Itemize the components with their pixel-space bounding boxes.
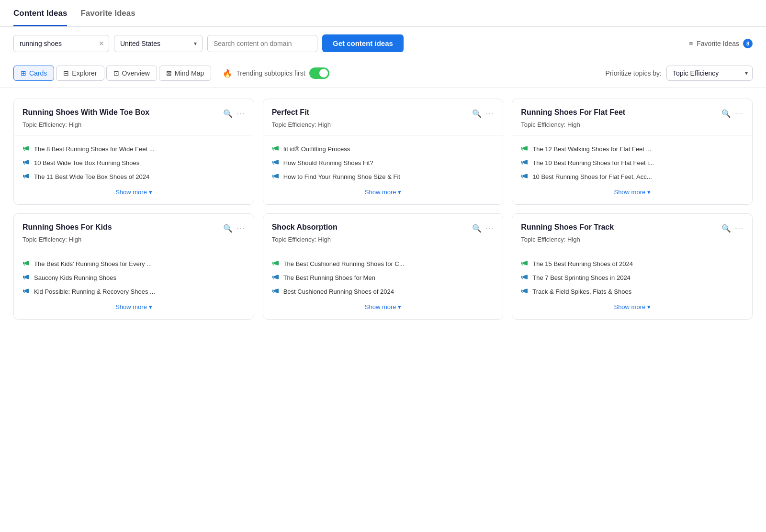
card-item: The 12 Best Walking Shoes for Flat Feet … — [521, 142, 743, 156]
card-item: The Best Running Shoes for Men — [272, 271, 495, 285]
more-options-icon[interactable]: ··· — [735, 109, 743, 119]
show-more-link[interactable]: Show more ▾ — [521, 184, 743, 198]
overview-icon: ⊡ — [113, 69, 119, 77]
card-title: Running Shoes For Kids — [23, 222, 219, 233]
search-icon[interactable]: 🔍 — [472, 109, 482, 118]
card-item-text: Saucony Kids Running Shoes — [34, 274, 116, 281]
card-item: Kid Possible: Running & Recovery Shoes .… — [23, 285, 245, 299]
tab-favorite-ideas[interactable]: Favorite Ideas — [80, 9, 135, 26]
card-item: The Best Cushioned Running Shoes for C..… — [272, 257, 495, 271]
card-item-text: The 7 Best Sprinting Shoes in 2024 — [532, 274, 631, 281]
card-title-row: Running Shoes For Track 🔍 ··· — [521, 222, 743, 233]
view-btn-cards[interactable]: ⊞ Cards — [13, 66, 54, 81]
megaphone-blue-icon — [272, 172, 280, 181]
show-more-link[interactable]: Show more ▾ — [521, 299, 743, 312]
card-header: Running Shoes With Wide Toe Box 🔍 ··· To… — [14, 99, 254, 135]
table-icon: ⊟ — [63, 69, 69, 77]
domain-search-input[interactable] — [207, 35, 317, 52]
card-item: The 15 Best Running Shoes of 2024 — [521, 257, 743, 271]
app-container: Content Ideas Favorite Ideas ✕ United St… — [0, 0, 766, 532]
card-item-text: Kid Possible: Running & Recovery Shoes .… — [34, 288, 155, 295]
prioritize-label: Prioritize topics by: — [606, 69, 662, 77]
show-more-link[interactable]: Show more ▾ — [272, 184, 495, 198]
view-toolbar: ⊞ Cards ⊟ Explorer ⊡ Overview ⊠ Mind Map… — [0, 60, 766, 88]
search-icon[interactable]: 🔍 — [223, 224, 233, 233]
card-item: The 7 Best Sprinting Shoes in 2024 — [521, 271, 743, 285]
tab-content-ideas[interactable]: Content Ideas — [13, 9, 67, 26]
card-item: How to Find Your Running Shoe Size & Fit — [272, 170, 495, 184]
more-options-icon[interactable]: ··· — [237, 109, 245, 119]
card-title: Running Shoes With Wide Toe Box — [23, 108, 219, 118]
flame-icon: 🔥 — [223, 69, 232, 78]
trending-area: 🔥 Trending subtopics first — [223, 67, 329, 79]
megaphone-blue-icon — [272, 273, 280, 282]
more-options-icon[interactable]: ··· — [237, 223, 245, 233]
favorite-ideas-button[interactable]: ≡ Favorite Ideas 8 — [689, 39, 753, 48]
card-title-row: Running Shoes With Wide Toe Box 🔍 ··· — [23, 108, 245, 119]
country-select-wrap: United States United Kingdom Canada Aust… — [114, 35, 203, 52]
card-title-actions: 🔍 ··· — [223, 223, 245, 233]
view-btn-mindmap[interactable]: ⊠ Mind Map — [159, 66, 211, 81]
prioritize-select-wrap: Topic Efficiency Search Volume Keyword D… — [666, 66, 753, 81]
get-content-ideas-button[interactable]: Get content ideas — [322, 34, 404, 52]
mindmap-icon: ⊠ — [166, 69, 172, 77]
card-body: fit id® Outfitting Process How Should Ru… — [263, 135, 503, 204]
megaphone-blue-icon — [521, 172, 529, 181]
card-item: Saucony Kids Running Shoes — [23, 271, 245, 285]
show-more-link[interactable]: Show more ▾ — [23, 184, 245, 198]
show-more-link[interactable]: Show more ▾ — [272, 299, 495, 312]
card-title-row: Perfect Fit 🔍 ··· — [272, 108, 495, 119]
card-item: Best Cushioned Running Shoes of 2024 — [272, 285, 495, 299]
card-header: Shock Absorption 🔍 ··· Topic Efficiency:… — [263, 214, 503, 250]
card-title: Perfect Fit — [272, 108, 469, 118]
clear-search-icon[interactable]: ✕ — [99, 40, 104, 47]
search-icon[interactable]: 🔍 — [472, 224, 482, 233]
card-title-actions: 🔍 ··· — [472, 109, 494, 119]
search-icon[interactable]: 🔍 — [721, 224, 731, 233]
more-options-icon[interactable]: ··· — [485, 109, 494, 119]
cards-label: Cards — [29, 69, 47, 77]
card-header: Running Shoes For Track 🔍 ··· Topic Effi… — [512, 214, 752, 250]
keyword-search-input[interactable] — [13, 35, 109, 52]
card-header: Running Shoes For Flat Feet 🔍 ··· Topic … — [512, 99, 752, 135]
card-item-text: How to Find Your Running Shoe Size & Fit — [283, 173, 400, 180]
content-card-6: Running Shoes For Track 🔍 ··· Topic Effi… — [512, 213, 753, 320]
prioritize-area: Prioritize topics by: Topic Efficiency S… — [606, 66, 753, 81]
show-more-link[interactable]: Show more ▾ — [23, 299, 245, 312]
card-item-text: How Should Running Shoes Fit? — [283, 159, 373, 166]
content-card-1: Running Shoes With Wide Toe Box 🔍 ··· To… — [13, 99, 254, 205]
list-icon: ≡ — [689, 40, 693, 47]
card-item: 10 Best Wide Toe Box Running Shoes — [23, 156, 245, 170]
view-btn-overview[interactable]: ⊡ Overview — [106, 66, 157, 81]
megaphone-blue-icon — [272, 287, 280, 296]
card-body: The Best Kids' Running Shoes for Every .… — [14, 250, 254, 319]
card-title-actions: 🔍 ··· — [721, 223, 743, 233]
card-efficiency: Topic Efficiency: High — [272, 121, 495, 128]
toolbar: ✕ United States United Kingdom Canada Au… — [0, 27, 766, 60]
card-title: Shock Absorption — [272, 222, 469, 233]
card-item-text: Best Cushioned Running Shoes of 2024 — [283, 288, 394, 295]
card-item-text: 10 Best Wide Toe Box Running Shoes — [34, 159, 139, 166]
view-btn-explorer[interactable]: ⊟ Explorer — [56, 66, 104, 81]
prioritize-select[interactable]: Topic Efficiency Search Volume Keyword D… — [666, 66, 753, 81]
megaphone-blue-icon — [272, 158, 280, 167]
top-tabs: Content Ideas Favorite Ideas — [0, 0, 766, 27]
card-body: The 15 Best Running Shoes of 2024 The 7 … — [512, 250, 752, 319]
more-options-icon[interactable]: ··· — [735, 223, 743, 233]
content-card-2: Perfect Fit 🔍 ··· Topic Efficiency: High… — [263, 99, 504, 205]
card-item: Track & Field Spikes, Flats & Shoes — [521, 285, 743, 299]
country-select[interactable]: United States United Kingdom Canada Aust… — [114, 35, 203, 52]
search-icon[interactable]: 🔍 — [721, 109, 731, 118]
search-input-wrap: ✕ — [13, 35, 109, 52]
megaphone-blue-icon — [521, 158, 529, 167]
card-item-text: The Best Kids' Running Shoes for Every .… — [34, 260, 152, 267]
megaphone-blue-icon — [521, 273, 529, 282]
trending-toggle[interactable] — [309, 67, 329, 79]
card-efficiency: Topic Efficiency: High — [23, 236, 245, 243]
favorite-count-badge: 8 — [743, 39, 753, 48]
card-item-text: The 15 Best Running Shoes of 2024 — [532, 260, 633, 267]
more-options-icon[interactable]: ··· — [485, 223, 494, 233]
card-body: The 8 Best Running Shoes for Wide Feet .… — [14, 135, 254, 204]
search-icon[interactable]: 🔍 — [223, 109, 233, 118]
card-efficiency: Topic Efficiency: High — [23, 121, 245, 128]
